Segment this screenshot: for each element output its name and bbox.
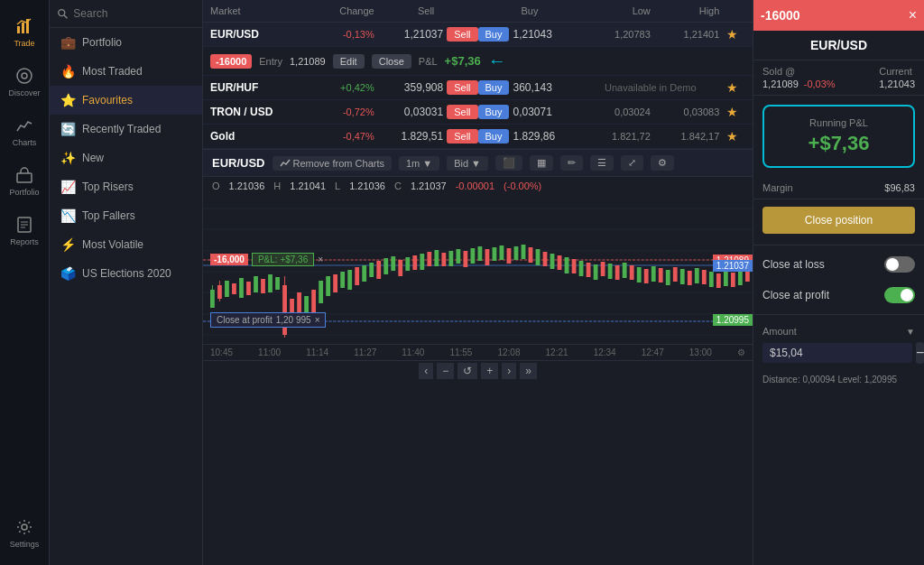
svg-rect-61 — [463, 251, 467, 267]
nav-item-portfolio[interactable]: Portfolio — [0, 156, 49, 206]
amount-input[interactable] — [762, 343, 912, 363]
sidebar-item-new[interactable]: ✨ New — [50, 144, 202, 172]
close-at-loss-toggle[interactable] — [884, 256, 915, 273]
svg-rect-85 — [637, 267, 642, 282]
chart-title: EUR/USD — [212, 156, 265, 170]
search-input[interactable] — [73, 7, 195, 20]
close-at-profit-close[interactable]: × — [315, 315, 320, 325]
close-position-button[interactable]: Close position — [762, 207, 915, 234]
chart-settings-button[interactable]: ⚙ — [651, 155, 674, 171]
svg-rect-93 — [695, 268, 699, 283]
rp-sold-change: -0,03% — [804, 79, 836, 89]
chart-prev-button[interactable]: ‹ — [419, 363, 433, 379]
chart-type-button[interactable]: ⬛ — [495, 155, 522, 171]
sidebar-item-favourites[interactable]: ⭐ Favourites — [50, 86, 202, 115]
sell-button-eurhuf[interactable]: Sell — [447, 80, 477, 95]
svg-rect-41 — [319, 281, 323, 303]
sell-button-tron[interactable]: Sell — [447, 105, 477, 119]
rp-distance: Distance: 0,00094 Level: 1,20995 — [753, 371, 924, 388]
sell-price-eurhuf: 359,908 — [404, 81, 443, 94]
rp-amount-section: Amount ▼ − + — [753, 319, 924, 371]
sidebar-item-portfolio[interactable]: 💼 Portfolio — [50, 28, 202, 57]
remove-from-charts-button[interactable]: Remove from Charts — [273, 156, 392, 171]
market-fav-eurhuf[interactable]: ★ — [719, 80, 745, 95]
market-fav-tron[interactable]: ★ — [719, 105, 745, 119]
chart-ohlc: O 1.21036 H 1.21041 L 1.21036 C 1.21037 … — [203, 177, 753, 195]
edit-button[interactable]: Edit — [333, 54, 365, 69]
chart-fullscreen-button[interactable]: ⤢ — [621, 155, 643, 171]
market-low-tron: 0,03024 — [581, 107, 651, 117]
ohlc-close-val: 1.21037 — [411, 181, 447, 191]
nav-item-discover[interactable]: Discover — [0, 57, 49, 107]
sidebar-item-most-traded[interactable]: 🔥 Most Traded — [50, 57, 202, 86]
svg-rect-94 — [702, 270, 707, 284]
chart-settings-icon[interactable]: ⚙ — [737, 347, 745, 357]
svg-rect-78 — [587, 263, 591, 277]
table-row-eurhuf[interactable]: EUR/HUF +0,42% 359,908 Sell Buy 360,143 … — [203, 76, 753, 100]
bid-button[interactable]: Bid ▼ — [447, 156, 488, 171]
close-at-profit-badge[interactable]: Close at profit 1,20 995 × — [210, 312, 326, 328]
buy-button-eurusd[interactable]: Buy — [478, 27, 510, 42]
sell-button-eurusd[interactable]: Sell — [447, 27, 477, 42]
toggle-knob-loss — [886, 258, 899, 271]
svg-rect-96 — [716, 273, 721, 288]
svg-rect-95 — [709, 272, 714, 287]
chart-draw-button[interactable]: ✏ — [560, 155, 583, 171]
nav-item-reports[interactable]: Reports — [0, 206, 49, 255]
timeframe-button[interactable]: 1m ▼ — [399, 156, 439, 171]
chart-reset-button[interactable]: ↺ — [457, 363, 477, 379]
chart-zoom-in-button[interactable]: + — [481, 363, 498, 379]
amount-chevron[interactable]: ▼ — [906, 327, 915, 337]
left-nav: Trade Discover Charts Portfolio Reports — [0, 0, 50, 565]
sidebar-item-top-risers[interactable]: 📈 Top Risers — [50, 172, 202, 201]
svg-point-4 — [22, 73, 27, 79]
chart-bar-button[interactable]: ▦ — [530, 155, 553, 171]
amount-minus-button[interactable]: − — [916, 342, 924, 364]
table-row-eurusd[interactable]: EUR/USD -0,13% 1,21037 Sell Buy 1,21043 … — [203, 23, 753, 47]
svg-rect-43 — [333, 274, 337, 292]
chart-toolbar: EUR/USD Remove from Charts 1m ▼ Bid ▼ ⬛ … — [203, 150, 753, 177]
market-fav-gold[interactable]: ★ — [719, 129, 745, 144]
buy-button-eurhuf[interactable]: Buy — [478, 80, 510, 95]
sidebar-item-recently-traded[interactable]: 🔄 Recently Traded — [50, 115, 202, 144]
table-row-tron[interactable]: TRON / USD -0,72% 0,03031 Sell Buy 0,030… — [203, 100, 753, 125]
trade-badge-close[interactable]: × — [318, 255, 323, 264]
svg-rect-71 — [536, 249, 541, 265]
market-fav-eurusd[interactable]: ★ — [719, 27, 745, 42]
rp-current-val: 1,21043 — [879, 79, 915, 89]
svg-rect-74 — [558, 255, 562, 270]
rp-sold-section: Sold @ 1,21089 -0,03% Current 1,21043 — [753, 60, 924, 96]
svg-rect-5 — [17, 173, 32, 182]
rp-pnl-label: Running P&L — [775, 117, 902, 128]
chart-next-button[interactable]: › — [502, 363, 516, 379]
chart-zoom-out-button[interactable]: − — [437, 363, 454, 379]
reports-icon — [14, 215, 34, 235]
sidebar-item-us-elections[interactable]: 🗳️ US Elections 2020 — [50, 259, 202, 288]
buy-button-tron[interactable]: Buy — [478, 105, 510, 119]
market-change-eurusd: -0,13% — [314, 29, 374, 40]
sell-button-gold[interactable]: Sell — [447, 129, 477, 144]
rp-amount-header: Amount ▼ — [762, 326, 915, 337]
nav-item-trade[interactable]: Trade — [0, 7, 49, 57]
chart-body: -16,000 P&L: +$7,36 × Close at profit 1,… — [203, 195, 753, 344]
sidebar-item-label-us-elections: US Elections 2020 — [82, 267, 171, 280]
buy-button-gold[interactable]: Buy — [478, 129, 510, 144]
nav-item-settings[interactable]: Settings — [0, 508, 49, 558]
chart-nav: ‹ − ↺ + › » — [203, 360, 753, 381]
market-sell-eurusd: 1,21037 Sell — [374, 27, 478, 42]
chart-layers-button[interactable]: ☰ — [590, 155, 614, 171]
sidebar-item-label-favourites: Favourites — [82, 94, 133, 107]
svg-rect-88 — [659, 268, 663, 282]
svg-rect-79 — [594, 264, 598, 280]
nav-item-charts[interactable]: Charts — [0, 107, 49, 156]
close-trade-button[interactable]: Close — [372, 54, 411, 69]
search-box[interactable] — [50, 0, 202, 28]
svg-rect-91 — [680, 269, 685, 284]
rp-close-button[interactable]: × — [909, 7, 917, 23]
close-at-profit-toggle[interactable] — [884, 287, 915, 303]
chart-end-button[interactable]: » — [520, 363, 537, 379]
sidebar-item-most-volatile[interactable]: ⚡ Most Volatile — [50, 230, 202, 259]
market-change-tron: -0,72% — [314, 107, 374, 117]
table-row-gold[interactable]: Gold -0,47% 1.829,51 Sell Buy 1.829,86 1… — [203, 125, 753, 149]
sidebar-item-top-fallers[interactable]: 📉 Top Fallers — [50, 201, 202, 230]
